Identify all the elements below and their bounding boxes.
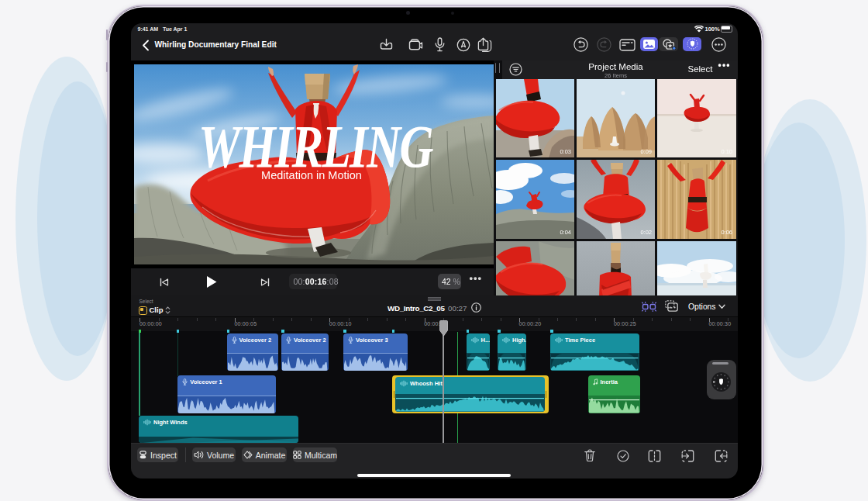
svg-text:0:04: 0:04 — [560, 229, 571, 236]
svg-text:0:02: 0:02 — [640, 229, 652, 236]
svg-text:0:09: 0:09 — [640, 148, 652, 155]
svg-text:0:10: 0:10 — [721, 148, 732, 155]
svg-text:Meditation in Motion: Meditation in Motion — [261, 169, 362, 181]
svg-text:0:06: 0:06 — [721, 229, 732, 236]
svg-text:0:03: 0:03 — [560, 148, 571, 155]
